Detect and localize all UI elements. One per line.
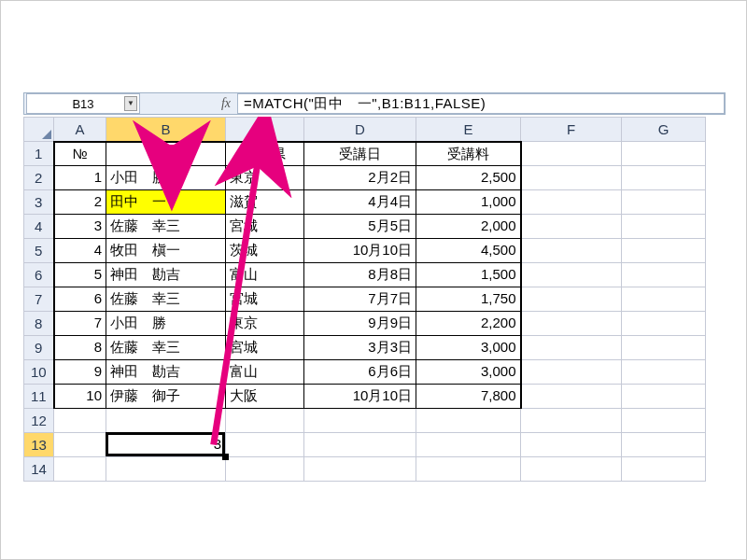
cell-G6[interactable]	[622, 263, 706, 287]
cell-B3[interactable]: 田中 一	[106, 190, 226, 215]
cell-G14[interactable]	[622, 457, 706, 482]
col-header-G[interactable]: G	[622, 118, 706, 142]
cell-D6[interactable]: 8月8日	[304, 263, 416, 287]
cell-G5[interactable]	[622, 239, 706, 263]
cell-B7[interactable]: 佐藤 幸三	[106, 287, 226, 312]
cell-E10[interactable]: 3,000	[416, 360, 521, 385]
row-header-10[interactable]: 10	[24, 360, 54, 385]
cell-A10[interactable]: 9	[54, 360, 106, 385]
cell-C4[interactable]: 宮城	[226, 215, 304, 239]
cell-E5[interactable]: 4,500	[416, 239, 521, 263]
cell-G4[interactable]	[622, 215, 706, 239]
spreadsheet-grid[interactable]: ABCDEFG1№氏名出身県受講日受講料21小田 勝東京2月2日2,50032田…	[23, 117, 726, 482]
cell-E2[interactable]: 2,500	[416, 166, 521, 190]
cell-A1[interactable]: №	[54, 142, 106, 166]
cell-C5[interactable]: 茨城	[226, 239, 304, 263]
cell-G8[interactable]	[622, 312, 706, 336]
cell-C14[interactable]	[226, 457, 304, 482]
cell-D8[interactable]: 9月9日	[304, 312, 416, 336]
cell-D11[interactable]: 10月10日	[304, 385, 416, 409]
cell-D9[interactable]: 3月3日	[304, 336, 416, 360]
cell-G10[interactable]	[622, 360, 706, 385]
row-header-6[interactable]: 6	[24, 263, 54, 287]
cell-B11[interactable]: 伊藤 御子	[106, 385, 226, 409]
cell-D12[interactable]	[304, 409, 416, 433]
cell-E7[interactable]: 1,750	[416, 287, 521, 312]
cell-E4[interactable]: 2,000	[416, 215, 521, 239]
cell-E8[interactable]: 2,200	[416, 312, 521, 336]
cell-F4[interactable]	[521, 215, 622, 239]
row-header-3[interactable]: 3	[24, 190, 54, 215]
cell-E11[interactable]: 7,800	[416, 385, 521, 409]
cell-G12[interactable]	[622, 409, 706, 433]
cell-F7[interactable]	[521, 287, 622, 312]
cell-C7[interactable]: 宮城	[226, 287, 304, 312]
cell-F2[interactable]	[521, 166, 622, 190]
col-header-A[interactable]: A	[54, 118, 106, 142]
cell-D3[interactable]: 4月4日	[304, 190, 416, 215]
col-header-C[interactable]: C	[226, 118, 304, 142]
col-header-E[interactable]: E	[416, 118, 521, 142]
cell-A12[interactable]	[54, 409, 106, 433]
cell-C8[interactable]: 東京	[226, 312, 304, 336]
cell-D14[interactable]	[304, 457, 416, 482]
col-header-F[interactable]: F	[521, 118, 622, 142]
cell-A11[interactable]: 10	[54, 385, 106, 409]
cell-F9[interactable]	[521, 336, 622, 360]
row-header-4[interactable]: 4	[24, 215, 54, 239]
row-header-12[interactable]: 12	[24, 409, 54, 433]
row-header-9[interactable]: 9	[24, 336, 54, 360]
cell-B12[interactable]	[106, 409, 226, 433]
cell-D1[interactable]: 受講日	[304, 142, 416, 166]
cell-F14[interactable]	[521, 457, 622, 482]
name-box[interactable]: B13 ▼	[26, 93, 140, 114]
row-header-13[interactable]: 13	[24, 433, 54, 457]
cell-D4[interactable]: 5月5日	[304, 215, 416, 239]
cell-C13[interactable]	[226, 433, 304, 457]
cell-D13[interactable]	[304, 433, 416, 457]
cell-A13[interactable]	[54, 433, 106, 457]
cell-A6[interactable]: 5	[54, 263, 106, 287]
cell-F5[interactable]	[521, 239, 622, 263]
cell-D10[interactable]: 6月6日	[304, 360, 416, 385]
cell-E13[interactable]	[416, 433, 521, 457]
cell-E14[interactable]	[416, 457, 521, 482]
cell-B9[interactable]: 佐藤 幸三	[106, 336, 226, 360]
cell-F13[interactable]	[521, 433, 622, 457]
formula-input[interactable]: =MATCH("田中 一",B1:B11,FALSE)	[237, 93, 725, 114]
cell-C6[interactable]: 富山	[226, 263, 304, 287]
cell-F8[interactable]	[521, 312, 622, 336]
cell-B6[interactable]: 神田 勘吉	[106, 263, 226, 287]
cell-A7[interactable]: 6	[54, 287, 106, 312]
fx-icon[interactable]: fx	[215, 96, 237, 111]
cell-E12[interactable]	[416, 409, 521, 433]
cell-B2[interactable]: 小田 勝	[106, 166, 226, 190]
row-header-5[interactable]: 5	[24, 239, 54, 263]
cell-G7[interactable]	[622, 287, 706, 312]
fill-handle[interactable]	[222, 454, 229, 460]
cell-C3[interactable]: 滋賀	[226, 190, 304, 215]
row-header-1[interactable]: 1	[24, 142, 54, 166]
row-header-14[interactable]: 14	[24, 457, 54, 482]
cell-F10[interactable]	[521, 360, 622, 385]
cell-B5[interactable]: 牧田 槇一	[106, 239, 226, 263]
cell-C11[interactable]: 大阪	[226, 385, 304, 409]
cell-C12[interactable]	[226, 409, 304, 433]
cell-A5[interactable]: 4	[54, 239, 106, 263]
cell-F12[interactable]	[521, 409, 622, 433]
cell-E3[interactable]: 1,000	[416, 190, 521, 215]
cell-A8[interactable]: 7	[54, 312, 106, 336]
cell-C9[interactable]: 宮城	[226, 336, 304, 360]
cell-B13[interactable]: 3	[106, 433, 226, 457]
cell-A2[interactable]: 1	[54, 166, 106, 190]
cell-D5[interactable]: 10月10日	[304, 239, 416, 263]
cell-B4[interactable]: 佐藤 幸三	[106, 215, 226, 239]
cell-G11[interactable]	[622, 385, 706, 409]
col-header-D[interactable]: D	[304, 118, 416, 142]
row-header-7[interactable]: 7	[24, 287, 54, 312]
select-all-corner[interactable]	[24, 118, 54, 142]
cell-B1[interactable]: 氏名	[106, 142, 226, 166]
row-header-11[interactable]: 11	[24, 385, 54, 409]
cell-E9[interactable]: 3,000	[416, 336, 521, 360]
cell-G9[interactable]	[622, 336, 706, 360]
